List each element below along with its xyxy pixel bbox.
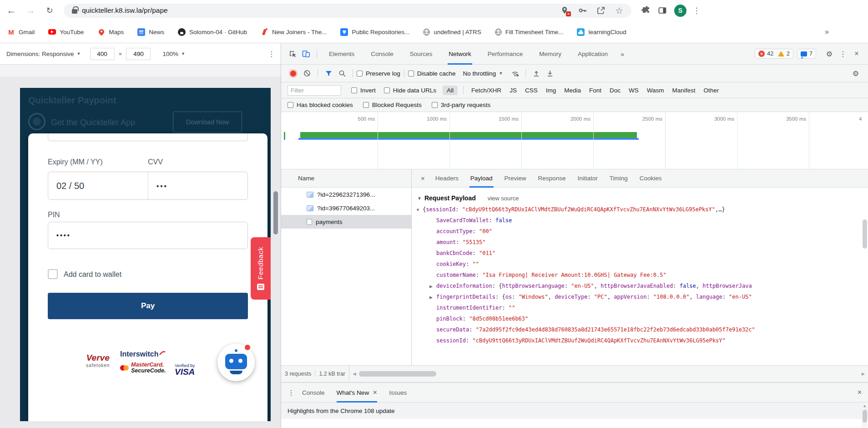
payload-line[interactable]: ▶fingerprintDetails: {os: "Windows", dev… [415, 291, 868, 302]
bookmark-undefined-atrs[interactable]: undefined | ATRS [423, 29, 481, 36]
detail-tab-response[interactable]: Response [538, 169, 566, 188]
bookmark-news[interactable]: News [137, 28, 164, 36]
preserve-log-checkbox[interactable]: Preserve log [357, 70, 400, 77]
filter-chip-wasm[interactable]: Wasm [647, 87, 664, 94]
search-icon[interactable] [335, 67, 349, 79]
filter-chip-manifest[interactable]: Manifest [672, 87, 695, 94]
chatbot-button[interactable] [217, 344, 255, 381]
record-network-log-icon[interactable] [290, 71, 296, 76]
errors-warnings-badge[interactable]: 42 2 [755, 49, 793, 59]
network-overview-timeline[interactable]: 500 ms1000 ms1500 ms2000 ms2500 ms3000 m… [281, 112, 868, 169]
panel-tab-application[interactable]: Application [577, 43, 609, 65]
feedback-tab[interactable]: Feedback [251, 237, 271, 300]
payload-line[interactable]: secureData: "7a2dd95f2fc9de43ed4d838d760… [415, 324, 868, 335]
network-settings-gear-icon[interactable]: ⚙ [849, 67, 863, 79]
close-detail-icon[interactable]: × [421, 174, 425, 182]
more-panels-chevron[interactable]: » [621, 50, 624, 58]
payload-line[interactable]: pinBlock: "8d5cd08b51ee6b63" [415, 313, 868, 324]
zoom-select[interactable]: 100% [162, 51, 178, 57]
issues-message-badge[interactable]: 7 [797, 49, 816, 59]
filter-chip-ws[interactable]: WS [629, 87, 639, 94]
drawer-scroll-up-icon[interactable]: ▲ [862, 403, 868, 408]
devtools-close-icon[interactable]: × [850, 48, 863, 60]
filter-funnel-icon[interactable] [322, 67, 335, 79]
panel-tab-memory[interactable]: Memory [538, 43, 562, 65]
filter-chip-css[interactable]: CSS [525, 87, 538, 94]
card-number-field-partial[interactable] [48, 133, 248, 141]
export-har-icon[interactable] [543, 67, 557, 79]
hscroll-left-arrow[interactable]: ◀ [353, 372, 356, 376]
bookmark-learningcloud[interactable]: learningCloud [577, 28, 626, 36]
hide-data-urls-checkbox[interactable]: Hide data URLs [384, 87, 436, 94]
clear-network-log-icon[interactable] [300, 67, 314, 79]
filter-chip-img[interactable]: Img [546, 87, 556, 94]
filter-input[interactable] [288, 85, 341, 96]
hscroll-right-arrow[interactable]: ▶ [862, 372, 865, 376]
panel-tab-sources[interactable]: Sources [409, 43, 434, 65]
filter-chip-media[interactable]: Media [564, 87, 581, 94]
filter-chip-font[interactable]: Font [589, 87, 601, 94]
hscroll-thumb[interactable] [359, 371, 436, 377]
payload-line[interactable]: accountType: "00" [415, 226, 868, 237]
expander-icon[interactable]: ▶ [429, 292, 436, 302]
filter-chip-all[interactable]: All [443, 86, 458, 95]
cvv-input[interactable]: ••• [148, 172, 247, 199]
import-har-icon[interactable] [530, 67, 543, 79]
checkbox-3rd-party-requests[interactable]: 3rd-party requests [432, 102, 491, 108]
bookmark-star-icon[interactable]: ☆ [612, 4, 626, 17]
view-source-link[interactable]: view source [488, 195, 519, 202]
reload-icon[interactable]: ↻ [42, 3, 57, 18]
payload-line[interactable]: amount: "55135" [415, 237, 868, 248]
bookmark-fill-timesheet-time[interactable]: Fill Timesheet Time... [495, 29, 564, 36]
devtools-menu-icon[interactable]: ⋮ [836, 48, 850, 60]
drawer-tab-close-icon[interactable]: ✕ [373, 389, 377, 396]
payload-line[interactable]: ▼{sessionId: "cBdyU9ttQ66t3yRDUxIAClVMdt… [415, 204, 868, 215]
pin-input[interactable]: •••• [48, 222, 248, 249]
expiry-input[interactable]: 02 / 50 [48, 172, 148, 199]
chrome-menu-icon[interactable]: ⋮ [689, 3, 704, 18]
detail-tab-timing[interactable]: Timing [610, 169, 628, 188]
panel-tab-performance[interactable]: Performance [487, 43, 524, 65]
drawer-close-icon[interactable]: × [858, 388, 862, 397]
detail-tab-headers[interactable]: Headers [435, 169, 459, 188]
add-card-to-wallet-checkbox[interactable] [48, 269, 58, 279]
detail-tab-initiator[interactable]: Initiator [577, 169, 597, 188]
invert-checkbox[interactable]: Invert [351, 87, 376, 94]
bookmark-public-repositories[interactable]: Public Repositories... [340, 28, 409, 36]
whats-new-heading[interactable]: Highlights from the Chrome 108 update [281, 403, 868, 419]
detail-tab-preview[interactable]: Preview [505, 169, 526, 188]
checkbox-has-blocked-cookies[interactable]: Has blocked cookies [288, 102, 353, 108]
bookmark-new-joiners-the[interactable]: New Joiners - The... [261, 28, 327, 36]
viewport-width-input[interactable] [90, 48, 115, 60]
drawer-tab-issues[interactable]: Issues [389, 382, 407, 403]
throttling-select[interactable]: No throttling ▼ [463, 70, 503, 77]
disable-cache-checkbox[interactable]: Disable cache [408, 70, 456, 77]
payload-scrollbar-thumb[interactable] [863, 219, 867, 249]
device-toolbar-toggle-icon[interactable] [299, 48, 313, 60]
section-expander-icon[interactable]: ▼ [417, 196, 422, 201]
request-row[interactable]: payments [281, 215, 411, 229]
bookmark-youtube[interactable]: YouTube [48, 29, 84, 36]
drawer-scroll-thumb[interactable] [863, 410, 867, 423]
back-icon[interactable]: ← [4, 3, 19, 18]
panel-tab-elements[interactable]: Elements [328, 43, 355, 65]
payload-line[interactable]: instrumentIdentifier: "" [415, 302, 868, 313]
network-conditions-icon[interactable] [508, 67, 522, 79]
expander-icon[interactable]: ▶ [429, 281, 436, 291]
pay-button[interactable]: Pay [48, 293, 248, 319]
detail-tab-payload[interactable]: Payload [470, 169, 493, 188]
drawer-tab-console[interactable]: Console [302, 382, 325, 403]
panel-tab-console[interactable]: Console [370, 43, 394, 65]
bookmarks-overflow-chevron[interactable]: » [825, 28, 829, 36]
dimensions-label[interactable]: Dimensions: Responsive [6, 51, 74, 57]
devtools-settings-icon[interactable]: ⚙ [823, 48, 836, 60]
device-toolbar-menu-icon[interactable]: ⋮ [268, 50, 275, 58]
emulation-scrollbar-thumb[interactable] [273, 191, 278, 234]
checkbox-blocked-requests[interactable]: Blocked Requests [363, 102, 422, 108]
drawer-tab-what-s-new[interactable]: What's New✕ [337, 382, 378, 403]
expander-icon[interactable]: ▼ [416, 204, 423, 215]
bookmark-maps[interactable]: Maps [97, 28, 124, 36]
filter-chip-other[interactable]: Other [704, 87, 719, 94]
payload-line[interactable]: bankCbnCode: "011" [415, 248, 868, 259]
name-column-header[interactable]: Name [281, 169, 411, 188]
